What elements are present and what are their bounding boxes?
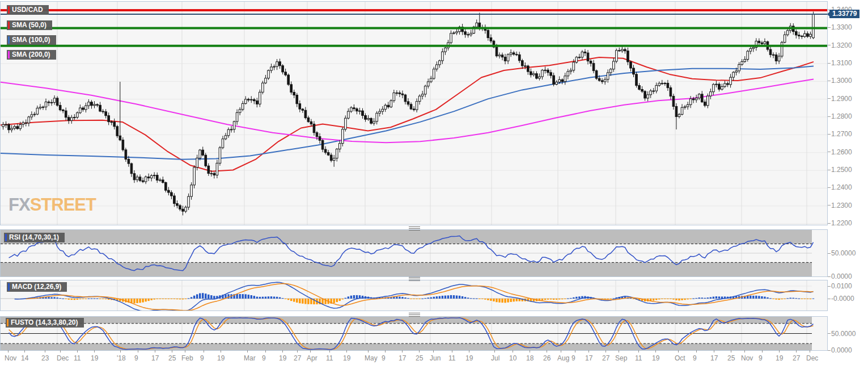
rsi-label-text: RSI (14,70,30,1) xyxy=(9,233,59,241)
time-tick-label: 9 xyxy=(571,355,575,362)
price-tick-label: 1.2900 xyxy=(831,95,852,102)
indicator-tick xyxy=(828,333,831,334)
time-tick xyxy=(638,350,639,353)
sma100-series-tick xyxy=(8,36,10,44)
time-tick xyxy=(8,350,9,353)
time-tick xyxy=(310,350,311,353)
indicator-tick xyxy=(828,253,831,254)
time-tick-label: 17 xyxy=(710,355,718,362)
time-tick-label: 23 xyxy=(41,355,49,362)
price-tick-label: 1.2500 xyxy=(831,166,852,173)
price-tick xyxy=(828,134,831,135)
time-tick-label: 9 xyxy=(382,355,386,362)
time-tick-label: 9 xyxy=(693,355,697,362)
price-tick-label: 1.2700 xyxy=(831,131,852,137)
time-tick-label: 26 xyxy=(543,355,551,362)
fxstreet-watermark-fx: FX xyxy=(9,195,30,215)
time-tick-label: 27 xyxy=(793,355,800,362)
time-tick-label: 19 xyxy=(652,355,659,362)
price-tick-label: 1.2200 xyxy=(831,220,852,226)
sma200-series-tick xyxy=(8,51,10,58)
price-tick xyxy=(828,45,831,45)
time-tick xyxy=(588,350,589,353)
time-tick-label: May xyxy=(365,355,378,362)
time-tick xyxy=(346,350,347,353)
macd-series-tick xyxy=(8,283,10,291)
time-tick-label: Nov xyxy=(741,355,753,362)
instrument-label[interactable]: USD/CAD xyxy=(7,5,49,15)
price-tick-label: 1.3300 xyxy=(831,24,852,31)
time-tick xyxy=(606,350,606,353)
time-tick-label: 27 xyxy=(294,355,301,362)
time-tick xyxy=(60,350,61,353)
time-tick xyxy=(678,350,679,353)
fusto-panel[interactable] xyxy=(0,316,828,351)
time-tick xyxy=(282,350,283,353)
time-tick xyxy=(297,350,298,353)
price-tick xyxy=(828,116,831,117)
time-tick xyxy=(433,350,434,353)
time-tick xyxy=(172,350,172,353)
price-tick-label: 1.2300 xyxy=(831,202,852,209)
sma200-label-text: SMA (200,0) xyxy=(12,51,50,58)
macd-label[interactable]: MACD (12,26,9) xyxy=(7,282,67,292)
time-tick-label: Aug xyxy=(557,355,569,362)
time-tick-label: Dec xyxy=(806,355,818,362)
rsi-label[interactable]: RSI (14,70,30,1) xyxy=(4,233,65,242)
time-tick-label: 9 xyxy=(759,355,763,362)
time-tick-label: Feb xyxy=(181,355,193,362)
rsi-canvas xyxy=(1,230,827,276)
time-tick xyxy=(731,350,731,353)
time-tick-label: 11 xyxy=(74,355,81,362)
time-tick xyxy=(385,350,386,353)
time-tick xyxy=(530,350,530,353)
indicator-tick-label: 0.0000 xyxy=(831,273,852,280)
time-tick-label: 17 xyxy=(399,355,406,362)
price-tick-label: 1.3200 xyxy=(831,42,852,49)
price-tick-label: 1.2600 xyxy=(831,149,852,156)
price-tick xyxy=(828,152,831,152)
time-tick xyxy=(368,350,369,353)
time-tick-label: 19 xyxy=(776,355,783,362)
indicator-tick xyxy=(828,286,831,287)
chart-application: FXSTREET USD/CAD SMA (50,0) SMA (100,0) … xyxy=(0,0,868,365)
time-tick-label: Apr xyxy=(307,355,317,362)
time-tick xyxy=(120,350,121,353)
time-tick xyxy=(714,350,714,353)
time-tick-label: 9 xyxy=(200,355,204,362)
time-tick-label: 19 xyxy=(91,355,98,362)
price-tick-label: 1.3000 xyxy=(831,77,852,84)
sma200-label[interactable]: SMA (200,0) xyxy=(7,50,56,60)
time-tick-label: 25 xyxy=(727,355,735,362)
time-tick xyxy=(619,350,619,353)
time-tick xyxy=(762,350,763,353)
macd-canvas xyxy=(1,280,827,311)
rsi-panel[interactable] xyxy=(0,229,828,277)
time-tick xyxy=(494,350,495,353)
time-tick xyxy=(796,350,797,353)
time-tick xyxy=(452,350,452,353)
main-price-panel[interactable]: FXSTREET xyxy=(0,1,828,225)
time-tick xyxy=(77,350,78,353)
splitter-main-rsi[interactable] xyxy=(409,225,420,229)
price-tick xyxy=(828,27,831,28)
indicator-tick xyxy=(828,299,831,299)
time-tick-label: Nov xyxy=(5,355,16,362)
fusto-series-tick xyxy=(7,319,9,326)
time-tick xyxy=(419,350,420,353)
fxstreet-watermark-street: STREET xyxy=(30,195,96,215)
sma50-label[interactable]: SMA (50,0) xyxy=(7,20,52,30)
instrument-series-tick xyxy=(8,6,10,14)
fusto-label[interactable]: FUSTO (14,3,3,80,20) xyxy=(6,318,84,328)
sma100-label[interactable]: SMA (100,0) xyxy=(7,35,56,45)
macd-panel[interactable] xyxy=(0,280,828,311)
time-tick-label: 14 xyxy=(21,355,28,362)
time-tick xyxy=(94,350,95,353)
time-tick xyxy=(265,350,266,353)
time-tick-label: '18 xyxy=(117,355,126,362)
time-tick-label: 17 xyxy=(151,355,159,362)
splitter-rsi-macd[interactable] xyxy=(409,276,420,280)
last-price-badge: 1.33779 xyxy=(829,10,859,18)
splitter-macd-fusto[interactable] xyxy=(409,312,420,316)
indicator-tick xyxy=(828,276,831,277)
